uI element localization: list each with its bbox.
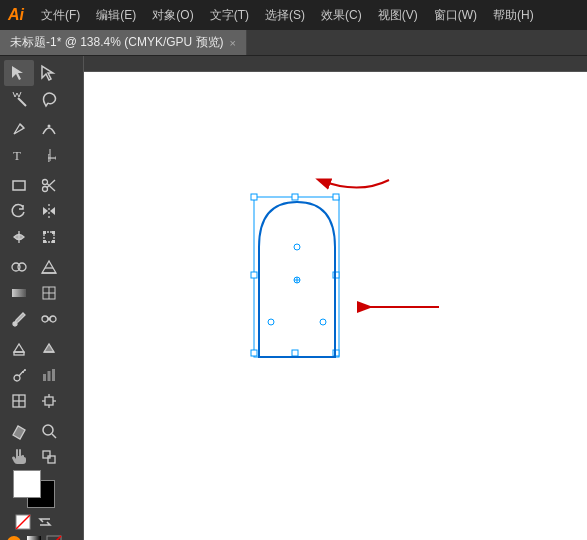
width-tool[interactable]: [4, 224, 34, 250]
arrow-indicator-2: [354, 292, 444, 325]
none-icon[interactable]: [14, 513, 32, 531]
svg-point-10: [43, 180, 48, 185]
menu-object[interactable]: 对象(O): [145, 3, 200, 28]
tab-close-button[interactable]: ×: [230, 37, 236, 49]
slice-tools-row: [2, 388, 66, 414]
live-paint-selection[interactable]: [34, 336, 64, 362]
none-fill-button[interactable]: [44, 534, 64, 540]
document-tab[interactable]: 未标题-1* @ 138.4% (CMYK/GPU 预览) ×: [0, 30, 247, 55]
canvas-area: [68, 56, 587, 540]
blend-tool[interactable]: [34, 306, 64, 332]
menu-file[interactable]: 文件(F): [34, 3, 87, 28]
svg-point-75: [320, 319, 326, 325]
svg-marker-14: [43, 207, 48, 215]
pen-tool[interactable]: [4, 116, 34, 142]
svg-text:T: T: [13, 148, 21, 163]
symbol-tools-row: [2, 362, 66, 388]
svg-marker-1: [42, 66, 53, 80]
eyedropper-tool[interactable]: [4, 306, 34, 332]
reflect-tool[interactable]: [34, 198, 64, 224]
color-controls: [4, 470, 64, 540]
symbol-sprayer[interactable]: [4, 362, 34, 388]
menu-edit[interactable]: 编辑(E): [89, 3, 143, 28]
paint-tools-row: [2, 336, 66, 362]
perspective-tool[interactable]: [34, 254, 64, 280]
fill-stroke-colors[interactable]: [13, 470, 55, 508]
svg-point-33: [50, 316, 56, 322]
svg-rect-42: [48, 371, 51, 381]
menu-window[interactable]: 窗口(W): [427, 3, 484, 28]
svg-rect-27: [12, 289, 26, 297]
swap-colors-icon[interactable]: [36, 513, 54, 531]
hand-tool[interactable]: [4, 444, 34, 470]
svg-rect-8: [13, 181, 25, 190]
column-graph-tool[interactable]: [34, 362, 64, 388]
color-button[interactable]: [4, 534, 24, 540]
svg-rect-55: [48, 456, 55, 463]
svg-line-2: [18, 98, 26, 106]
shape-container[interactable]: [249, 192, 344, 362]
svg-point-4: [48, 125, 51, 128]
svg-marker-24: [42, 261, 56, 273]
fill-color[interactable]: [13, 470, 41, 498]
svg-point-31: [13, 322, 17, 326]
main-area: T T: [0, 56, 587, 540]
svg-rect-36: [14, 352, 24, 355]
svg-rect-65: [333, 194, 339, 200]
eyedropper-tools-row: [2, 306, 66, 332]
vertical-type-tool[interactable]: T: [34, 142, 64, 168]
svg-marker-0: [12, 66, 23, 80]
live-paint-bucket[interactable]: [4, 336, 34, 362]
builder-tools-row: [2, 254, 66, 280]
eraser-tool[interactable]: [4, 418, 34, 444]
zoom-tool[interactable]: [34, 418, 64, 444]
menu-view[interactable]: 视图(V): [371, 3, 425, 28]
menu-effect[interactable]: 效果(C): [314, 3, 369, 28]
svg-line-61: [47, 536, 61, 540]
gradient-button[interactable]: [24, 534, 44, 540]
rectangle-tool[interactable]: [4, 172, 34, 198]
selection-tools-row: [2, 60, 66, 86]
curvature-tool[interactable]: [34, 116, 64, 142]
scissors-tool[interactable]: [34, 172, 64, 198]
magic-lasso-row: [2, 86, 66, 112]
svg-rect-69: [292, 350, 298, 356]
pen-tools-row: [2, 116, 66, 142]
white-canvas[interactable]: [84, 72, 587, 540]
menu-select[interactable]: 选择(S): [258, 3, 312, 28]
svg-point-40: [24, 369, 26, 371]
svg-rect-47: [45, 397, 53, 405]
svg-rect-19: [52, 231, 55, 234]
slice-tool[interactable]: [4, 388, 34, 414]
menu-help[interactable]: 帮助(H): [486, 3, 541, 28]
vertical-ruler: [68, 56, 84, 540]
svg-point-58: [7, 536, 21, 540]
lasso-tool[interactable]: [34, 86, 64, 112]
svg-rect-21: [52, 240, 55, 243]
free-transform-tool[interactable]: [34, 224, 64, 250]
print-tiling-tool[interactable]: [34, 444, 64, 470]
rotate-tool[interactable]: [4, 198, 34, 224]
zoom-tools-row: [2, 418, 66, 444]
gradient-tool[interactable]: [4, 280, 34, 306]
magic-wand-tool[interactable]: [4, 86, 34, 112]
ai-logo: Ai: [8, 6, 24, 24]
type-tool[interactable]: T: [4, 142, 34, 168]
svg-point-9: [43, 187, 48, 192]
artboard-tool[interactable]: [34, 388, 64, 414]
mesh-tool[interactable]: [34, 280, 64, 306]
selection-tool[interactable]: [4, 60, 34, 86]
horizontal-ruler: [68, 56, 587, 72]
svg-line-3: [20, 124, 24, 128]
direct-selection-tool[interactable]: [34, 60, 64, 86]
svg-rect-43: [52, 369, 55, 381]
svg-point-52: [43, 425, 53, 435]
color-type-row: [4, 534, 64, 540]
svg-rect-68: [251, 350, 257, 356]
svg-point-76: [294, 244, 300, 250]
shape-builder-tool[interactable]: [4, 254, 34, 280]
menu-type[interactable]: 文字(T): [203, 3, 256, 28]
svg-rect-54: [43, 451, 50, 458]
hand-tools-row: [2, 444, 66, 470]
svg-point-23: [18, 263, 26, 271]
